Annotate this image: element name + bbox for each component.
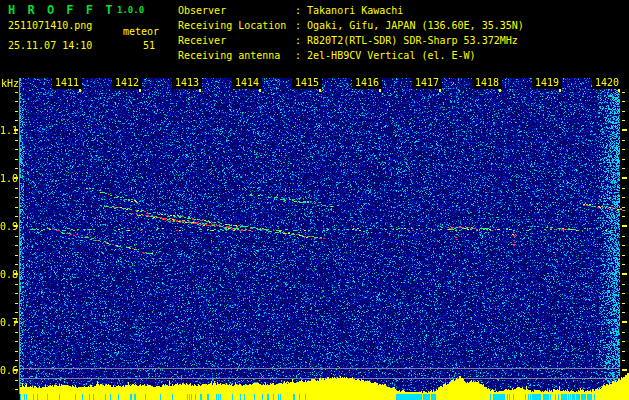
x-axis-time-label: 1418 [472, 78, 499, 88]
x-axis-time-label: 1411 [52, 78, 79, 88]
info-row-antenna: Receiving antenna:2el-HB9CV Vertical (el… [178, 48, 524, 63]
app-version: 1.0.0 [117, 5, 144, 15]
info-separator: : [295, 50, 301, 61]
y-axis-label: 0.7 [0, 317, 13, 328]
info-separator: : [295, 5, 301, 16]
info-separator: : [295, 20, 301, 31]
meteor-count: 51 [143, 40, 155, 51]
x-axis-time-label: 1414 [232, 78, 259, 88]
x-axis-time-label: 1419 [532, 78, 559, 88]
info-label: Receiving Location [178, 18, 295, 33]
info-row-receiver: Receiver:R820T2(RTL-SDR) SDR-Sharp 53.37… [178, 33, 524, 48]
frequency-unit-label: kHz [1, 78, 19, 89]
mode-label: meteor [123, 26, 159, 37]
x-axis-time-label: 1420 [592, 78, 619, 88]
y-axis-label: 1.1 [0, 125, 13, 136]
info-value: 2el-HB9CV Vertical (el. E-W) [307, 50, 476, 61]
x-axis-time-label: 1416 [352, 78, 379, 88]
spectrogram-canvas [0, 78, 629, 400]
x-axis-time-label: 1412 [112, 78, 139, 88]
hrofft-window: H R O F F T 1.0.0 2511071410.png meteor … [0, 0, 629, 400]
info-row-observer: Observer:Takanori Kawachi [178, 3, 524, 18]
info-separator: : [295, 35, 301, 46]
info-value: Ogaki, Gifu, JAPAN (136.60E, 35.35N) [307, 20, 524, 31]
x-axis-time-label: 1415 [292, 78, 319, 88]
x-axis-time-label: 1417 [412, 78, 439, 88]
output-filename: 2511071410.png [8, 20, 92, 31]
info-label: Receiver [178, 33, 295, 48]
info-label: Receiving antenna [178, 48, 295, 63]
info-value: R820T2(RTL-SDR) SDR-Sharp 53.372MHz [307, 35, 518, 46]
y-axis-label: 0.6 [0, 365, 13, 376]
info-value: Takanori Kawachi [307, 5, 403, 16]
app-title: H R O F F T [8, 3, 115, 17]
x-axis-time-label: 1413 [172, 78, 199, 88]
station-info-block: Observer:Takanori Kawachi Receiving Loca… [178, 3, 524, 63]
date-time: 25.11.07 14:10 [8, 40, 92, 51]
y-axis-label: 0.8 [0, 269, 13, 280]
info-label: Observer [178, 3, 295, 18]
y-axis-label: 1.0 [0, 173, 13, 184]
y-axis-label: 0.9 [0, 221, 13, 232]
info-row-location: Receiving Location:Ogaki, Gifu, JAPAN (1… [178, 18, 524, 33]
